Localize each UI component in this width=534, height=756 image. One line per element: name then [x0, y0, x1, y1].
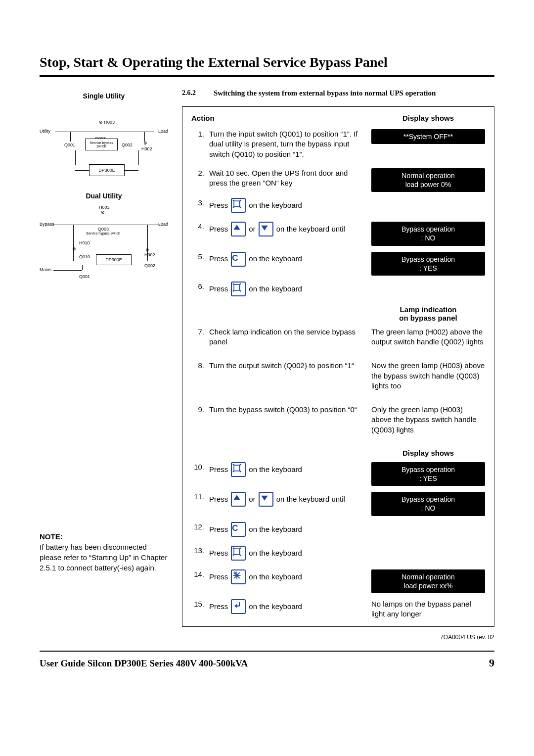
- dia-label: ⊗: [101, 210, 105, 215]
- down-key-icon: [259, 492, 273, 507]
- display-pill: **System OFF**: [371, 129, 485, 144]
- step-text: on the keyboard until: [276, 224, 345, 234]
- dia-label: Mains: [40, 267, 51, 272]
- step-text: Press: [209, 254, 228, 264]
- svg-rect-21: [240, 547, 241, 549]
- dia-label: Load: [158, 129, 168, 134]
- dia-label: H010: [79, 240, 90, 245]
- display-pill: Bypass operation: NO: [371, 492, 485, 516]
- step-num: 12.: [191, 522, 204, 532]
- dia-label: Load: [158, 222, 168, 227]
- svg-rect-9: [240, 284, 241, 285]
- step-text: Press: [209, 465, 228, 474]
- step-num: 1.: [191, 129, 204, 139]
- step-text: Press: [209, 200, 228, 210]
- dia-label: H002: [141, 146, 152, 151]
- svg-rect-14: [240, 464, 241, 466]
- procedure-panel: Action Display shows 1. Turn the input s…: [182, 106, 494, 627]
- display-pill: Bypass operation: YES: [371, 252, 485, 276]
- step-text: Press: [209, 284, 228, 294]
- up-key-icon: [231, 492, 246, 507]
- dia-label: Q001: [64, 142, 75, 147]
- step-num: 7.: [191, 327, 204, 337]
- up-key-icon: [231, 222, 246, 236]
- step-text: Press: [209, 572, 228, 582]
- action-heading: Action: [191, 114, 215, 122]
- step-num: 5.: [191, 252, 204, 262]
- lamp-text: Only the green lamp (H003) above the byp…: [371, 405, 485, 435]
- dia-label: DP300E: [89, 164, 125, 176]
- menu-key-icon: [231, 462, 246, 477]
- step-text: Turn the input switch (Q001) to position…: [209, 129, 364, 159]
- dia-label: ⊗: [143, 141, 147, 145]
- footer-guide-title: User Guide Silcon DP300E Series 480V 400…: [40, 658, 248, 669]
- page-number: 9: [489, 657, 494, 669]
- display-pill: Normal operationload power 0%: [371, 168, 485, 192]
- single-utility-heading: Single Utility: [40, 92, 168, 100]
- svg-marker-5: [234, 225, 240, 230]
- step-text: on the keyboard: [249, 602, 302, 612]
- note-block: NOTE: If battery has been disconnected p…: [40, 531, 168, 573]
- step-text: on the keyboard: [249, 572, 302, 582]
- step-num: 11.: [191, 492, 204, 502]
- svg-rect-22: [233, 554, 234, 556]
- step-text: or: [249, 224, 255, 234]
- display-pill: Bypass operation: NO: [371, 222, 485, 245]
- dia-label: Q010: [79, 254, 90, 259]
- step-text: Wait 10 sec. Open the UPS front door and…: [209, 168, 364, 189]
- step-text: Turn the output switch (Q002) to positio…: [209, 361, 354, 371]
- c-key-icon: C: [231, 252, 246, 267]
- svg-rect-23: [240, 554, 241, 556]
- svg-rect-4: [240, 207, 241, 208]
- display-heading: Display shows: [371, 114, 485, 122]
- step-text: on the keyboard until: [276, 494, 345, 504]
- step-text: on the keyboard: [249, 548, 302, 558]
- svg-rect-15: [233, 471, 234, 472]
- step-num: 8.: [191, 361, 204, 371]
- step-text: Press: [209, 494, 228, 504]
- svg-marker-28: [234, 605, 236, 607]
- dia-label: Service bypass switch: [85, 139, 118, 150]
- dia-label: Service bypass switch: [86, 232, 120, 235]
- dia-label: Q002: [122, 142, 133, 147]
- display-heading: Display shows: [371, 449, 485, 457]
- dia-label: Q002: [144, 263, 155, 268]
- dia-label: Utility: [40, 129, 50, 134]
- dia-label: ⊗: [145, 247, 149, 252]
- lamp-heading: Lamp indicationon bypass panel: [371, 305, 485, 322]
- svg-rect-2: [240, 200, 241, 201]
- divider: [40, 75, 494, 77]
- step-text: on the keyboard: [249, 465, 302, 474]
- dia-label: ⊗ H003: [99, 120, 115, 125]
- menu-key-icon: [231, 546, 246, 561]
- lamp-text: Now the green lamp (H003) above the bypa…: [371, 361, 485, 391]
- step-num: 3.: [191, 198, 204, 208]
- section-title: Switching the system from external bypas…: [214, 89, 436, 97]
- menu-key-icon: [231, 282, 246, 296]
- svg-rect-19: [234, 549, 240, 555]
- note-text: If battery has been disconnected please …: [40, 543, 167, 572]
- svg-marker-17: [234, 495, 240, 500]
- dia-label: Q001: [79, 274, 90, 279]
- svg-rect-10: [233, 290, 234, 292]
- step-num: 9.: [191, 405, 204, 415]
- step-text: Press: [209, 524, 228, 534]
- dia-label: DP300E: [96, 254, 132, 265]
- step-text: on the keyboard: [249, 524, 302, 534]
- step-num: 2.: [191, 168, 204, 178]
- svg-rect-11: [240, 290, 241, 292]
- lamp-text: The green lamp (H002) above the output s…: [371, 327, 485, 347]
- revision-text: 7OA0004 US rev. 02: [182, 634, 494, 641]
- step-num: 6.: [191, 282, 204, 291]
- step-text: Turn the bypass switch (Q003) to positio…: [209, 405, 357, 415]
- svg-rect-0: [234, 201, 240, 207]
- lamp-text: No lamps on the bypass panel light any l…: [371, 599, 485, 619]
- step-text: on the keyboard: [249, 284, 302, 294]
- section-number: 2.6.2: [182, 89, 205, 97]
- step-num: 13.: [191, 546, 204, 556]
- step-text: or: [249, 494, 255, 504]
- svg-rect-8: [233, 284, 234, 285]
- page-title: Stop, Start & Operating the External Ser…: [40, 54, 494, 70]
- svg-marker-18: [261, 496, 267, 501]
- dual-utility-heading: Dual Utility: [40, 192, 168, 200]
